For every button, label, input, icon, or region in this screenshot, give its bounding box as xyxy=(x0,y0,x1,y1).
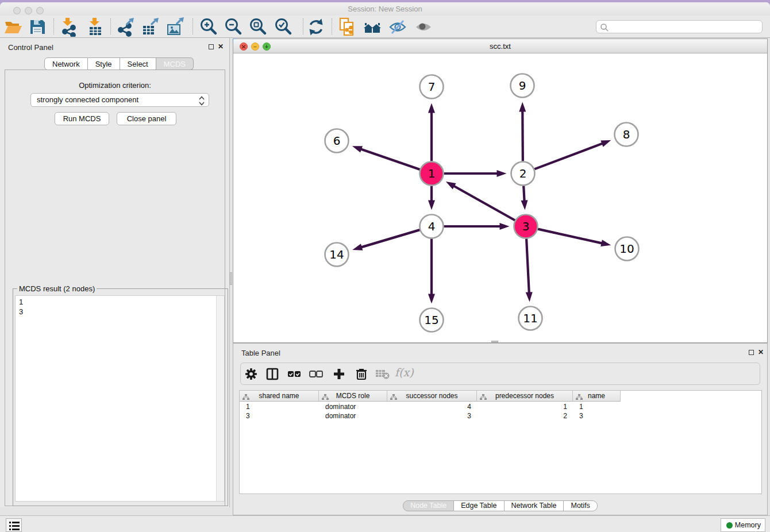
network-window-titlebar[interactable]: ✕ − + scc.txt xyxy=(233,39,767,53)
tab-motifs[interactable]: Motifs xyxy=(564,500,597,511)
split-columns-icon[interactable] xyxy=(266,368,279,383)
tab-style[interactable]: Style xyxy=(88,57,120,70)
toolbar-separator xyxy=(53,18,54,34)
column-header-MCDS-role[interactable]: MCDS role xyxy=(319,391,387,402)
network-window-title: scc.txt xyxy=(233,42,767,51)
cell-name: 3 xyxy=(573,411,621,421)
toolbar-separator xyxy=(110,18,111,34)
arrowhead-1-4 xyxy=(428,201,435,210)
arrowhead-3-10 xyxy=(600,240,611,246)
window-title: Session: New Session xyxy=(0,5,770,13)
import-table-icon[interactable] xyxy=(86,17,105,37)
dropdown-arrows-icon xyxy=(199,96,204,105)
arrowhead-4-15 xyxy=(428,294,435,304)
show-all-networks-icon[interactable] xyxy=(363,17,382,37)
export-image-icon[interactable] xyxy=(165,17,185,37)
table-row[interactable]: 1dominator411 xyxy=(240,402,761,411)
arrowhead-3-1 xyxy=(446,182,456,190)
arrowhead-2-3 xyxy=(521,200,528,210)
import-network-icon[interactable] xyxy=(59,17,78,37)
edge-2-8[interactable] xyxy=(534,143,603,169)
tab-select[interactable]: Select xyxy=(120,57,156,70)
main-area: Control Panel ✕ NetworkStyleSelectMCDS O… xyxy=(0,38,770,515)
table-toolbar: f(x) xyxy=(240,363,760,385)
graph-node-label-4: 4 xyxy=(428,219,436,233)
task-history-button[interactable] xyxy=(6,518,22,532)
cell-successor-nodes: 4 xyxy=(387,402,477,411)
gear-icon[interactable] xyxy=(245,368,257,383)
cell-MCDS-role: dominator xyxy=(319,411,387,421)
export-network-icon[interactable] xyxy=(116,17,135,37)
cell-shared-name: 3 xyxy=(240,411,319,421)
table-panel: Table Panel ✕ xyxy=(233,343,768,515)
graph-node-label-2: 2 xyxy=(519,167,527,180)
unselect-all-columns-icon[interactable] xyxy=(309,368,323,383)
memory-button[interactable]: Memory xyxy=(721,518,765,532)
memory-status-dot xyxy=(726,522,733,529)
column-header-successor-nodes[interactable]: successor nodes xyxy=(387,391,477,402)
status-bar: Memory xyxy=(0,515,770,532)
toolbar-separator xyxy=(332,18,332,34)
clone-network-icon[interactable] xyxy=(338,17,357,37)
network-canvas[interactable]: 1234678910111415 xyxy=(233,53,767,342)
save-session-icon[interactable] xyxy=(28,17,47,37)
arrowhead-2-8 xyxy=(600,140,611,147)
open-session-icon[interactable] xyxy=(3,17,22,37)
node-table[interactable]: shared nameMCDS rolesuccessor nodesprede… xyxy=(239,390,762,494)
tab-network-table[interactable]: Network Table xyxy=(505,500,564,511)
delete-column-icon[interactable] xyxy=(355,368,368,383)
edge-1-6[interactable] xyxy=(360,149,420,169)
float-panel-icon[interactable] xyxy=(209,44,214,49)
arrowhead-1-2 xyxy=(497,170,507,177)
arrowhead-4-14 xyxy=(352,244,363,250)
table-float-panel-icon[interactable] xyxy=(749,350,754,355)
search-input[interactable] xyxy=(596,20,763,33)
zoom-out-icon[interactable] xyxy=(224,17,243,37)
add-column-icon[interactable] xyxy=(333,368,345,383)
column-header-predecessor-nodes[interactable]: predecessor nodes xyxy=(477,391,573,402)
edge-2-9[interactable] xyxy=(522,110,523,161)
select-all-columns-icon[interactable] xyxy=(287,368,301,383)
run-mcds-button[interactable]: Run MCDS xyxy=(55,112,109,125)
edge-3-10[interactable] xyxy=(538,229,603,244)
criterion-dropdown[interactable]: strongly connected component xyxy=(30,93,209,107)
zoom-selected-icon[interactable] xyxy=(274,17,293,37)
title-bar: Session: New Session xyxy=(0,2,770,16)
edge-3-1[interactable] xyxy=(453,186,515,220)
edge-2-3[interactable] xyxy=(523,186,524,201)
search-icon xyxy=(600,23,609,32)
tab-node-table[interactable]: Node Table xyxy=(403,500,454,511)
control-panel-tabs: NetworkStyleSelectMCDS xyxy=(44,57,194,70)
zoom-fit-icon[interactable] xyxy=(248,17,268,37)
table-close-panel-icon[interactable]: ✕ xyxy=(758,348,764,356)
close-panel-button[interactable]: Close panel xyxy=(117,112,176,125)
edge-3-11[interactable] xyxy=(526,238,529,293)
column-header-shared-name[interactable]: shared name xyxy=(240,391,319,402)
table-row[interactable]: 3dominator323 xyxy=(240,411,761,421)
close-panel-icon[interactable]: ✕ xyxy=(218,43,224,51)
result-scrollbar[interactable] xyxy=(216,296,224,501)
arrowhead-1-6 xyxy=(352,146,363,152)
mcds-result-groupbox: MCDS result (2 nodes) 1 3 xyxy=(13,288,228,506)
show-panel-icon[interactable] xyxy=(414,17,433,37)
toolbar-separator xyxy=(303,18,303,34)
table-panel-title: Table Panel xyxy=(241,349,280,357)
graph-node-label-1: 1 xyxy=(428,167,436,180)
tab-mcds[interactable]: MCDS xyxy=(156,57,194,70)
splitter-grip[interactable] xyxy=(230,272,232,285)
hide-panel-icon[interactable] xyxy=(388,17,407,37)
mcds-result-list[interactable]: 1 3 xyxy=(15,295,225,502)
network-resize-grip[interactable] xyxy=(491,341,498,342)
refresh-icon[interactable] xyxy=(306,17,326,37)
app-window: Session: New Session xyxy=(0,2,770,532)
cell-predecessor-nodes: 2 xyxy=(477,411,573,421)
zoom-in-icon[interactable] xyxy=(199,17,218,37)
export-table-icon[interactable] xyxy=(140,17,160,37)
tab-network[interactable]: Network xyxy=(44,57,88,70)
main-toolbar xyxy=(0,16,770,38)
tab-edge-table[interactable]: Edge Table xyxy=(454,500,504,511)
function-builder-icon[interactable]: f(x) xyxy=(395,366,414,379)
edge-4-14[interactable] xyxy=(361,230,420,247)
column-header-name[interactable]: name xyxy=(573,391,621,402)
delete-table-icon[interactable] xyxy=(375,368,390,383)
